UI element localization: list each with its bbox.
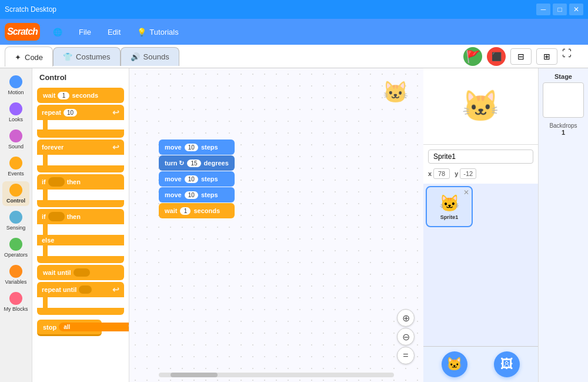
events-dot — [9, 157, 22, 170]
coord-x: x 78 — [428, 168, 450, 179]
block-ifelse-wrap: if then else — [37, 209, 124, 263]
stage-section: Stage Backdrops 1 — [538, 68, 588, 382]
operators-dot — [9, 238, 22, 251]
sprite-remove-icon[interactable]: ✕ — [463, 188, 469, 197]
stage-box — [543, 82, 584, 118]
tutorials-menu[interactable]: 💡 Tutorials — [130, 24, 185, 40]
myblocks-dot — [9, 292, 22, 305]
zoom-out-button[interactable]: ⊖ — [397, 328, 415, 346]
block-ifelse[interactable]: if then — [37, 209, 124, 224]
add-sprite-icon: 🐱 — [446, 357, 462, 372]
cat-sprite-canvas: 🐱 — [382, 80, 409, 105]
motion-dot — [9, 75, 22, 88]
control-dot — [9, 184, 22, 197]
script-bg — [129, 68, 423, 382]
stage-preview: 🐱 — [423, 68, 538, 145]
tab-toolbar-row: ✦ Code 👕 Costumes 🔊 Sounds 🚩 ⬛ ⊟ ⊞ ⛶ — [0, 45, 588, 68]
file-menu[interactable]: File — [72, 24, 98, 40]
variables-dot — [9, 265, 22, 278]
block-forever-wrap: forever ↩ — [37, 139, 124, 172]
fullscreen-button[interactable]: ⛶ — [562, 48, 581, 65]
code-icon: ✦ — [15, 53, 21, 62]
zoom-reset-button[interactable]: = — [397, 347, 415, 364]
large-stage-button[interactable]: ⊞ — [536, 48, 557, 65]
sprite-name-input[interactable] — [428, 150, 533, 164]
toolbar-right: 🚩 ⬛ ⊟ ⊞ ⛶ — [463, 47, 588, 66]
coord-y: y -12 — [455, 168, 476, 179]
canvas-block-wait[interactable]: wait 1 seconds — [159, 203, 235, 218]
right-panel: 🐱 x 78 y -12 ✕ 🐱 Sprit — [423, 68, 538, 382]
sidebar-item-looks[interactable]: Looks — [2, 100, 29, 125]
block-if-wrap: if then — [37, 174, 124, 207]
minimize-button[interactable]: ─ — [536, 4, 550, 15]
sidebar-item-sensing[interactable]: Sensing — [2, 208, 29, 233]
close-button[interactable]: ✕ — [569, 4, 583, 15]
panel-title: Control — [37, 73, 124, 82]
block-repeat-wrap: repeat 10 ↩ — [37, 105, 124, 138]
app-title: Scratch Desktop — [5, 5, 56, 14]
stage-label: Stage — [554, 73, 572, 80]
add-backdrop-icon: 🖼 — [500, 357, 513, 372]
add-sprite-button[interactable]: 🐱 — [442, 351, 467, 377]
sprite-thumb-image: 🐱 — [439, 194, 460, 213]
block-if[interactable]: if then — [37, 174, 124, 190]
scratch-logo: Scratch — [5, 23, 40, 41]
bulb-icon: 💡 — [137, 28, 146, 36]
sprite-controls: x 78 y -12 — [423, 145, 538, 184]
stop-button[interactable]: ⬛ — [487, 47, 506, 66]
tab-costumes[interactable]: 👕 Costumes — [53, 47, 121, 66]
edit-menu[interactable]: Edit — [101, 24, 128, 40]
zoom-reset-icon: = — [403, 350, 408, 361]
sidebar-item-variables[interactable]: Variables — [2, 263, 29, 287]
globe-menu[interactable]: 🌐 — [46, 24, 69, 40]
block-repeat[interactable]: repeat 10 ↩ — [37, 105, 124, 120]
small-stage-button[interactable]: ⊟ — [510, 48, 532, 65]
bottom-actions: 🐱 🖼 — [423, 346, 538, 382]
add-backdrop-button[interactable]: 🖼 — [494, 351, 520, 377]
sound-icon: 🔊 — [131, 52, 140, 61]
zoom-in-button[interactable]: ⊕ — [397, 309, 415, 327]
blocks-palette: Motion Looks Sound Events Control Sensin… — [0, 68, 32, 382]
stop-select[interactable]: all this script other scripts in sprite — [59, 323, 129, 331]
sprite-list-area: ✕ 🐱 Sprite1 — [423, 184, 538, 346]
canvas-block-move3[interactable]: move 10 steps — [159, 187, 235, 202]
block-repeat-until-wrap: repeat until ↩ — [37, 282, 124, 315]
stage-cat-sprite: 🐱 — [462, 88, 500, 124]
block-stop-wrap: stop all this script other scripts in sp… — [37, 320, 124, 336]
menu-bar: Scratch 🌐 File Edit 💡 Tutorials — [0, 19, 588, 45]
sidebar-item-control[interactable]: Control — [2, 181, 29, 206]
sprite-name-row — [428, 150, 533, 164]
tab-sounds[interactable]: 🔊 Sounds — [121, 47, 179, 66]
sidebar-item-sound[interactable]: Sound — [2, 127, 29, 152]
canvas-block-turn[interactable]: turn ↻ 15 degrees — [159, 155, 235, 171]
block-forever[interactable]: forever ↩ — [37, 139, 124, 155]
main-layout: Motion Looks Sound Events Control Sensin… — [0, 68, 588, 382]
script-area[interactable]: 🐱 move 10 steps turn ↻ 15 degrees move 1… — [129, 68, 423, 382]
scrollbar-thumb[interactable] — [171, 373, 218, 377]
title-bar: Scratch Desktop ─ □ ✕ — [0, 0, 588, 19]
sprite-thumb-sprite1[interactable]: ✕ 🐱 Sprite1 — [426, 186, 473, 227]
maximize-button[interactable]: □ — [553, 4, 567, 15]
sidebar-item-motion[interactable]: Motion — [2, 73, 29, 98]
block-repeat-until[interactable]: repeat until ↩ — [37, 282, 124, 297]
sidebar-item-events[interactable]: Events — [2, 154, 29, 179]
script-stack: move 10 steps turn ↻ 15 degrees move 10 … — [159, 139, 235, 219]
block-wait-until[interactable]: wait until — [37, 265, 124, 280]
canvas-block-move1[interactable]: move 10 steps — [159, 139, 235, 155]
looks-dot — [9, 102, 22, 115]
horizontal-scrollbar[interactable] — [159, 373, 394, 377]
costume-icon: 👕 — [63, 52, 72, 61]
blocks-panel: Control wait 1 seconds repeat 10 ↩ forev… — [32, 68, 129, 382]
tab-code[interactable]: ✦ Code — [5, 46, 53, 67]
globe-icon: 🌐 — [53, 28, 62, 36]
zoom-out-icon: ⊖ — [402, 331, 410, 343]
green-flag-button[interactable]: 🚩 — [463, 47, 482, 66]
zoom-controls: ⊕ ⊖ = — [397, 309, 415, 364]
block-wait[interactable]: wait 1 seconds — [37, 88, 124, 103]
block-stop[interactable]: stop all this script other scripts in sp… — [37, 320, 102, 336]
sidebar-item-operators[interactable]: Operators — [2, 235, 29, 260]
sound-dot — [9, 129, 22, 142]
backdrops-label: Backdrops — [549, 122, 577, 129]
sidebar-item-myblocks[interactable]: My Blocks — [2, 290, 29, 314]
canvas-block-move2[interactable]: move 10 steps — [159, 171, 235, 187]
